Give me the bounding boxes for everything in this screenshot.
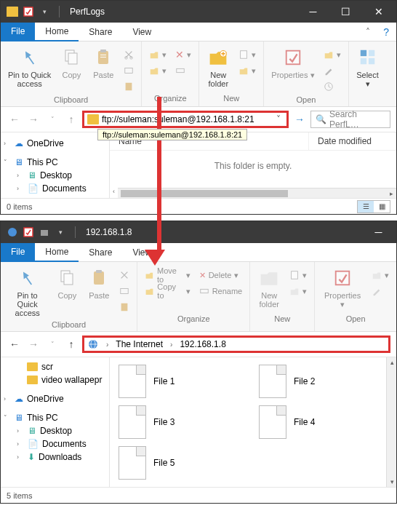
tree-onedrive[interactable]: ›☁OneDrive [1, 137, 109, 150]
open-icon[interactable]: ▾ [321, 47, 344, 62]
tree-desktop[interactable]: ›🖥Desktop [1, 169, 109, 182]
titlebar[interactable]: ▾ 192.168.1.8 ─ [1, 221, 396, 243]
qat-dropdown-icon[interactable]: ▾ [37, 4, 52, 19]
delete-button[interactable]: ✕Delete ▾ [196, 268, 246, 282]
qat-properties-icon[interactable] [21, 4, 36, 19]
tree-documents[interactable]: ›📄Documents [1, 182, 109, 195]
navigation-pane[interactable]: ›☁OneDrive ˅🖥This PC ›🖥Desktop ›📄Documen… [1, 132, 110, 198]
tree-downloads[interactable]: ›⬇Downloads [1, 450, 109, 464]
content-pane[interactable]: File 1 File 2 File 3 File 4 File 5 [110, 357, 386, 487]
maximize-button[interactable]: ☐ [329, 1, 362, 23]
easy-access-icon[interactable]: ▾ [286, 284, 310, 298]
svg-rect-13 [241, 51, 247, 59]
file-item[interactable]: File 3 [119, 405, 237, 439]
tree-video-wallpaper[interactable]: video wallapepr [1, 373, 109, 386]
svg-rect-30 [292, 271, 298, 279]
copy-button[interactable]: Copy [57, 44, 86, 81]
help-icon[interactable]: ? [376, 26, 396, 38]
minimize-button[interactable]: ─ [362, 221, 395, 243]
pin-to-quick-access-button[interactable]: Pin to Quick access [5, 265, 49, 319]
search-box[interactable]: 🔍 Search PerfL… [310, 111, 390, 128]
tab-view[interactable]: View [122, 23, 161, 41]
copy-path-icon[interactable] [116, 284, 132, 298]
copy-button[interactable]: Copy [52, 265, 81, 301]
minimize-button[interactable]: ─ [297, 1, 329, 23]
titlebar[interactable]: ▾ PerfLogs ─ ☐ ✕ [1, 1, 396, 23]
cut-icon[interactable] [121, 47, 137, 62]
address-input[interactable] [102, 114, 270, 124]
properties-button[interactable]: Properties ▾ [319, 265, 366, 310]
tree-this-pc[interactable]: ˅🖥This PC [1, 411, 109, 424]
svg-rect-24 [64, 274, 73, 285]
file-item[interactable]: File 5 [119, 446, 237, 480]
paste-shortcut-icon[interactable] [116, 300, 132, 314]
tree-onedrive[interactable]: ›☁OneDrive [1, 392, 109, 405]
new-item-icon[interactable]: ▾ [236, 47, 259, 62]
tab-home[interactable]: Home [35, 243, 79, 262]
tree-desktop[interactable]: ›🖥Desktop [1, 424, 109, 437]
move-to-button[interactable]: Move to ▾ [142, 268, 193, 282]
navigation-pane[interactable]: scr video wallapepr ›☁OneDrive ˅🖥This PC… [1, 357, 110, 487]
paste-button[interactable]: Paste [84, 265, 113, 301]
icons-view-icon[interactable]: ▦ [374, 201, 390, 213]
new-folder-button[interactable]: New folder [254, 265, 284, 310]
file-item[interactable]: File 1 [119, 365, 237, 398]
move-to-icon[interactable]: ▾ [146, 47, 169, 62]
tab-file[interactable]: File [1, 23, 35, 41]
annotation-arrow [153, 97, 165, 266]
new-folder-button[interactable]: New folder [204, 44, 233, 90]
select-button[interactable]: Select▾ [353, 44, 382, 90]
properties-button[interactable]: Properties ▾ [268, 44, 317, 81]
details-view-icon[interactable]: ☰ [358, 201, 374, 213]
up-button[interactable]: ↑ [63, 111, 79, 127]
breadcrumb-loc[interactable]: 192.168.1.8 [180, 339, 225, 349]
ribbon-collapse-icon[interactable]: ˄ [360, 27, 376, 37]
address-bar[interactable]: ˅ ftp://suleman:suleman@192.168.1.8:21 [82, 111, 289, 128]
file-item[interactable]: File 4 [259, 405, 377, 439]
rename-icon[interactable] [172, 63, 194, 78]
paste-shortcut-icon[interactable] [121, 79, 137, 94]
edit-icon[interactable] [321, 63, 344, 78]
explorer-window-1: ▾ PerfLogs ─ ☐ ✕ File Home Share View ˄ … [0, 0, 397, 215]
qat-properties-icon[interactable] [21, 225, 36, 239]
rename-button[interactable]: Rename [196, 284, 246, 298]
go-button[interactable]: → [292, 111, 308, 127]
svg-rect-14 [286, 51, 300, 65]
pin-to-quick-access-button[interactable]: Pin to Quick access [5, 44, 54, 90]
tab-share[interactable]: Share [79, 23, 122, 41]
paste-button[interactable]: Paste [89, 44, 118, 81]
edit-icon[interactable] [369, 284, 392, 298]
tree-documents[interactable]: ›📄Documents [1, 437, 109, 450]
qat-newfolder-icon[interactable] [37, 225, 52, 239]
tree-scr[interactable]: scr [1, 360, 109, 373]
qat-dropdown-icon[interactable]: ▾ [53, 225, 68, 239]
tree-this-pc[interactable]: ˅🖥This PC [1, 156, 109, 169]
easy-access-icon[interactable]: ▾ [236, 63, 259, 78]
open-icon[interactable]: ▾ [369, 268, 392, 282]
recent-dropdown-icon[interactable]: ˅ [44, 111, 60, 127]
forward-button[interactable]: → [25, 111, 41, 127]
back-button[interactable]: ← [7, 111, 23, 127]
copy-to-button[interactable]: Copy to ▾ [142, 284, 193, 298]
col-date[interactable]: Date modified [309, 132, 396, 150]
back-button[interactable]: ← [7, 336, 23, 352]
file-item[interactable]: File 2 [259, 365, 377, 398]
new-item-icon[interactable]: ▾ [286, 268, 310, 282]
vertical-scrollbar[interactable]: ▴▾ [386, 357, 396, 487]
tab-file[interactable]: File [1, 243, 35, 262]
forward-button[interactable]: → [25, 336, 41, 352]
breadcrumb-root[interactable]: The Internet [116, 339, 163, 349]
close-button[interactable]: ✕ [362, 1, 395, 23]
tab-home[interactable]: Home [35, 23, 79, 41]
address-bar[interactable]: › The Internet › 192.168.1.8 [82, 336, 390, 353]
view-toggle[interactable]: ☰ ▦ [357, 200, 390, 213]
recent-dropdown-icon[interactable]: ˅ [44, 336, 60, 352]
copy-path-icon[interactable] [121, 63, 137, 78]
cut-icon[interactable] [116, 268, 132, 282]
copy-to-icon[interactable]: ▾ [146, 63, 169, 78]
address-dropdown-icon[interactable]: ˅ [273, 114, 284, 124]
delete-icon[interactable]: ✕▾ [172, 47, 194, 62]
up-button[interactable]: ↑ [63, 336, 79, 352]
history-icon[interactable] [321, 79, 344, 94]
tab-share[interactable]: Share [79, 244, 122, 261]
